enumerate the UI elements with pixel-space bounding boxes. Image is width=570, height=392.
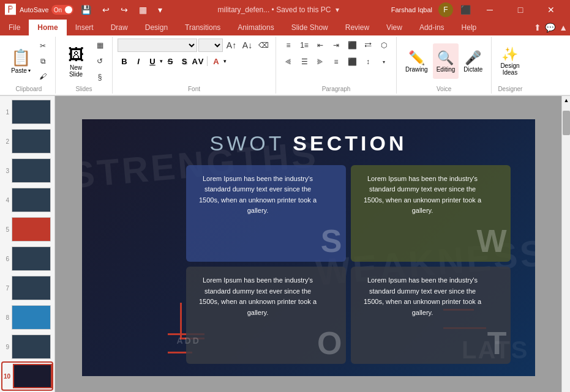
swot-o-cell: Lorem Ipsum has been the industry's stan… (186, 267, 346, 364)
drawing-label: Drawing (405, 66, 428, 73)
section-button[interactable]: § (92, 70, 107, 84)
scroll-up-button[interactable]: ▲ (562, 96, 570, 105)
copy-button[interactable]: ⧉ (36, 54, 50, 68)
design-ideas-label: Design (500, 62, 519, 69)
maximize-button[interactable]: □ (506, 0, 534, 20)
vertical-scrollbar[interactable]: ▲ ▼ (561, 96, 570, 392)
comments-button[interactable]: 💬 (545, 23, 555, 32)
underline-button[interactable]: U (146, 54, 159, 68)
tab-animations[interactable]: Animations (229, 20, 282, 35)
columns-button[interactable]: ⬛ (345, 38, 359, 53)
slide-2[interactable]: 2 (2, 128, 52, 155)
presentation-button[interactable]: ▦ (135, 4, 151, 16)
clipboard-content: 📋 Paste ▾ ✂ ⧉ 🖌 (7, 38, 50, 84)
font-color-dropdown[interactable]: ▾ (223, 58, 227, 64)
drawing-button[interactable]: ✏️ Drawing (402, 43, 432, 79)
ribbon-collapse-button[interactable]: ▲ (559, 23, 568, 32)
tab-draw[interactable]: Draw (102, 20, 137, 35)
reset-slide-button[interactable]: ↺ (92, 54, 107, 68)
slide-layout-buttons: ▦ ↺ § (92, 38, 107, 84)
tab-help[interactable]: Help (453, 20, 486, 35)
autosave-state: On (53, 7, 63, 13)
new-slide-button[interactable]: 🖼 New Slide (61, 43, 91, 79)
slide-9[interactable]: 9 (2, 333, 52, 360)
font-name-select[interactable] (118, 39, 197, 52)
scroll-track[interactable] (562, 105, 570, 390)
tab-home[interactable]: Home (29, 20, 66, 35)
tab-slideshow[interactable]: Slide Show (283, 20, 337, 35)
format-painter-button[interactable]: 🖌 (36, 69, 50, 84)
clear-format-button[interactable]: ⌫ (256, 38, 271, 53)
autosave-toggle[interactable]: On (51, 5, 73, 15)
slide-thumb-5 (12, 217, 51, 242)
underline-dropdown[interactable]: ▾ (160, 58, 163, 64)
slide-8[interactable]: 8 (2, 304, 52, 331)
slide-thumb-2 (12, 129, 51, 153)
slide-thumb-10 (13, 364, 52, 388)
swot-w-cell: Lorem Ipsum has been the industry's stan… (351, 165, 511, 262)
numbering-button[interactable]: 1≡ (297, 38, 312, 53)
slide-4[interactable]: 4 (2, 187, 52, 213)
paste-dropdown[interactable]: ▾ (28, 68, 31, 73)
swot-s-text: Lorem Ipsum has been the industry's stan… (195, 174, 321, 216)
font-size-select[interactable] (198, 39, 223, 52)
close-button[interactable]: ✕ (537, 0, 565, 20)
tab-file[interactable]: File (0, 20, 29, 35)
add-watermark: ADD (177, 336, 201, 346)
quick-access-dropdown[interactable]: ▾ (154, 4, 166, 16)
slide-layout-button[interactable]: ▦ (92, 38, 107, 53)
redo-button[interactable]: ↪ (117, 4, 132, 16)
decrease-font-size-button[interactable]: A↓ (240, 38, 255, 53)
char-spacing-button[interactable]: AV (192, 54, 205, 68)
justify-button[interactable]: ≡ (329, 54, 343, 69)
autosave-control[interactable]: AutoSave On (20, 5, 73, 15)
tab-view[interactable]: View (378, 20, 411, 35)
increase-font-size-button[interactable]: A↑ (224, 38, 239, 53)
bullets-button[interactable]: ≡ (281, 38, 296, 53)
tab-review[interactable]: Review (337, 20, 378, 35)
paste-button[interactable]: 📋 Paste ▾ (7, 47, 34, 75)
slide-canvas[interactable]: STRENGTHS WEAKNESS SWOT SECTION Lorem Ip… (82, 119, 535, 376)
scroll-thumb[interactable] (563, 111, 570, 135)
paragraph-dropdown[interactable]: ▾ (377, 54, 391, 69)
align-text-button[interactable]: ⬛ (345, 54, 359, 69)
text-direction-button[interactable]: ⮂ (361, 38, 375, 53)
italic-button[interactable]: I (132, 54, 145, 68)
slide-10[interactable]: 10 (2, 363, 52, 390)
align-right-button[interactable]: ⫸ (313, 54, 328, 69)
slide-5[interactable]: 5 (2, 216, 52, 243)
decrease-indent-button[interactable]: ⇤ (313, 38, 328, 53)
shadow-button[interactable]: S (178, 54, 191, 68)
title-bar-left: 🅿 AutoSave On 💾 ↩ ↪ ▦ ▾ (5, 4, 166, 17)
align-center-button[interactable]: ☰ (297, 54, 312, 69)
tab-design[interactable]: Design (137, 20, 176, 35)
slide-7[interactable]: 7 (2, 275, 52, 301)
line-spacing-button[interactable]: ↕ (361, 54, 375, 69)
tab-transitions[interactable]: Transitions (176, 20, 229, 35)
tab-addins[interactable]: Add-ins (411, 20, 453, 35)
align-left-button[interactable]: ⫷ (281, 54, 296, 69)
design-ideas-button[interactable]: ✨ Design Ideas (497, 43, 523, 79)
editing-button[interactable]: 🔍 Editing (433, 43, 459, 79)
slide-3[interactable]: 3 (2, 157, 52, 184)
strikethrough-button[interactable]: S (163, 54, 177, 68)
tab-insert[interactable]: Insert (67, 20, 102, 35)
font-color-button[interactable]: A (209, 54, 223, 68)
font-group: A↑ A↓ ⌫ B I U ▾ S S AV A ▾ Font (113, 37, 276, 94)
undo-button[interactable]: ↩ (99, 4, 113, 16)
slide-thumb-4 (12, 188, 51, 212)
share-button[interactable]: ⬆ (534, 23, 541, 32)
slide-1[interactable]: 1 (2, 98, 52, 125)
swot-s-letter: S (321, 223, 342, 259)
bold-button[interactable]: B (118, 54, 131, 68)
convert-smartart-button[interactable]: ⬡ (377, 38, 391, 53)
swot-title-plain: SWOT (210, 131, 293, 155)
designer-group: ✨ Design Ideas Designer (492, 37, 528, 94)
increase-indent-button[interactable]: ⇥ (329, 38, 343, 53)
minimize-button[interactable]: ─ (476, 0, 504, 20)
ribbon-display-button[interactable]: ⬛ (460, 5, 471, 15)
dictate-button[interactable]: 🎤 Dictate (460, 43, 486, 79)
save-button[interactable]: 💾 (77, 4, 95, 16)
cut-button[interactable]: ✂ (36, 39, 50, 53)
slide-6[interactable]: 6 (2, 245, 52, 272)
